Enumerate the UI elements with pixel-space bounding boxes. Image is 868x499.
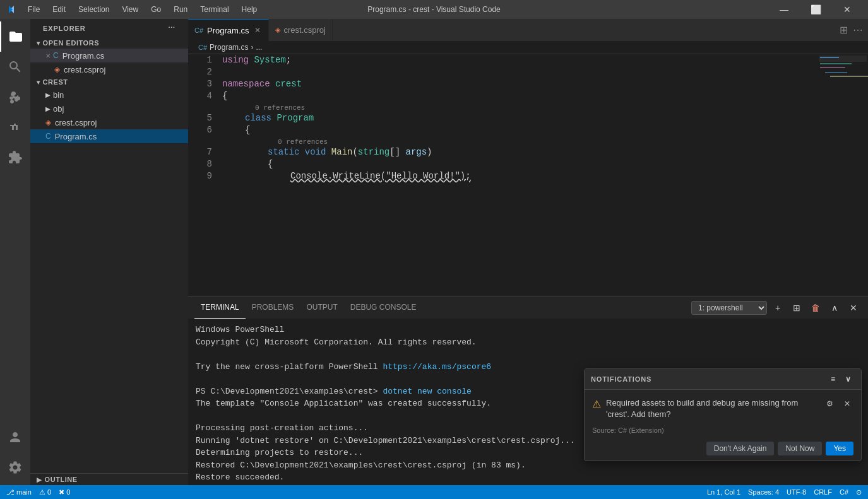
code-line-4: { [222, 90, 812, 102]
tabs-more-button[interactable]: ⊞ ⋯ [835, 24, 868, 36]
status-ln-col[interactable]: Ln 1, Col 1 [707, 488, 740, 496]
close-program-cs-icon[interactable]: ✕ [45, 52, 51, 59]
notification-panel: NOTIFICATIONS ≡ ∨ ⚠ Required assets to b… [584, 368, 862, 461]
menu-bar: File Edit Selection View Go Run Terminal… [23, 4, 262, 15]
menu-file[interactable]: File [23, 4, 45, 15]
title-bar: File Edit Selection View Go Run Terminal… [0, 0, 868, 19]
crest-folder-header[interactable]: ▾ Crest [30, 76, 188, 88]
open-editor-csproj[interactable]: ◈ crest.csproj [30, 62, 188, 76]
sidebar-more-icon[interactable]: ⋯ [168, 24, 175, 32]
program-cs-file[interactable]: C Program.cs [30, 129, 188, 143]
svg-rect-3 [820, 67, 845, 68]
terminal-selector[interactable]: 1: powershell [691, 301, 767, 315]
close-panel-button[interactable]: ✕ [845, 300, 862, 316]
maximize-panel-button[interactable]: ∧ [826, 300, 843, 316]
breadcrumb-file[interactable]: Program.cs [210, 43, 248, 52]
code-line-1: using System; [222, 54, 812, 66]
tab-csproj[interactable]: ◈ crest.csproj [269, 19, 333, 41]
menu-edit[interactable]: Edit [47, 4, 71, 15]
activity-settings[interactable] [0, 452, 30, 483]
csproj-file[interactable]: ◈ crest.csproj [30, 115, 188, 129]
open-editors-chevron: ▾ [37, 40, 40, 47]
args-param: args [406, 146, 427, 158]
obj-folder[interactable]: ▶ obj [30, 102, 188, 115]
open-editor-program-cs[interactable]: ✕ C Program.cs [30, 49, 188, 62]
activity-accounts[interactable] [0, 422, 30, 452]
crest-label: Crest [43, 78, 68, 86]
notifications-filter-icon[interactable]: ≡ [827, 373, 840, 385]
line-num-6-hint [193, 136, 212, 146]
tab-program-cs[interactable]: C# Program.cs ✕ [188, 19, 269, 41]
code-content[interactable]: using System; namespace crest { 0 refere… [217, 54, 817, 296]
term-try-text: Try the new cross-platform PowerShell [196, 362, 383, 372]
activity-explorer[interactable] [0, 21, 30, 52]
activity-extensions[interactable] [0, 143, 30, 173]
notifications-collapse-icon[interactable]: ∨ [842, 373, 855, 385]
menu-run[interactable]: Run [169, 4, 193, 15]
status-encoding[interactable]: UTF-8 [787, 488, 806, 496]
status-warnings[interactable]: ⚠ 0 [39, 488, 51, 496]
tab-problems[interactable]: PROBLEMS [246, 296, 300, 319]
menu-view[interactable]: View [117, 4, 143, 15]
split-terminal-button[interactable]: ⊞ [788, 300, 805, 316]
kill-terminal-button[interactable]: 🗑 [807, 300, 824, 316]
program-cs-icon: C [45, 132, 51, 141]
open-editor-program-cs-label: Program.cs [62, 51, 104, 61]
status-bar: ⎇ main ⚠ 0 ✖ 0 Ln 1, Col 1 Spaces: 4 UTF… [0, 485, 868, 499]
tab-terminal[interactable]: TERMINAL [194, 296, 246, 319]
dont-ask-again-button[interactable]: Don't Ask Again [706, 442, 775, 455]
maximize-button[interactable]: ⬜ [801, 0, 830, 19]
activity-search[interactable] [0, 52, 30, 82]
notification-header-buttons: ≡ ∨ [827, 373, 855, 385]
status-spaces[interactable]: Spaces: 4 [748, 488, 779, 496]
warning-icon: ⚠ [592, 398, 601, 410]
term-line-13: Restore succeeded. [196, 471, 860, 484]
activity-scm[interactable] [0, 82, 30, 112]
notification-close-icon[interactable]: ✕ [841, 397, 853, 410]
notification-text: Required assets to build and debug are m… [606, 397, 818, 420]
crest-section: ▾ Crest ▶ bin ▶ obj ◈ crest.csproj C Pro… [30, 76, 188, 143]
code-line-7: static void Main(string[] args) [222, 146, 812, 158]
new-terminal-button[interactable]: + [770, 300, 786, 316]
minimize-button[interactable]: — [770, 0, 799, 19]
bin-folder[interactable]: ▶ bin [30, 88, 188, 102]
status-errors[interactable]: ✖ 0 [59, 488, 70, 496]
open-editor-csproj-label: crest.csproj [64, 65, 105, 74]
open-editors-header[interactable]: ▾ Open Editors [30, 37, 188, 49]
split-editor-icon[interactable]: ⊞ [840, 25, 848, 35]
term-line-2: Copyright (C) Microsoft Corporation. All… [196, 336, 860, 349]
notification-body: ⚠ Required assets to build and debug are… [585, 390, 861, 461]
activity-debug[interactable] [0, 112, 30, 143]
tab-output[interactable]: OUTPUT [300, 296, 343, 319]
tabs-overflow-icon[interactable]: ⋯ [853, 25, 863, 35]
svg-rect-0 [819, 56, 867, 62]
tab-debug-console[interactable]: DEBUG CONSOLE [344, 296, 423, 319]
tab-csproj-label: crest.csproj [284, 25, 326, 35]
status-eol[interactable]: CRLF [814, 488, 832, 496]
string-type: string [358, 146, 389, 158]
settings-icon [8, 460, 23, 475]
close-button[interactable]: ✕ [833, 0, 862, 19]
outline-header[interactable]: ▶ Outline [30, 474, 188, 485]
breadcrumb-more[interactable]: ... [256, 43, 262, 52]
yes-button[interactable]: Yes [826, 442, 853, 455]
term-line-1: Windows PowerShell [196, 324, 860, 336]
outline-section: ▶ Outline [30, 473, 188, 485]
status-lang[interactable]: C# [840, 488, 848, 496]
not-now-button[interactable]: Not Now [778, 442, 822, 455]
notifications-header: NOTIFICATIONS ≡ ∨ [585, 369, 861, 390]
status-feedback[interactable]: ⊙ [856, 488, 862, 496]
line-num-8: 8 [193, 158, 212, 170]
status-branch[interactable]: ⎇ main [6, 488, 32, 496]
notification-settings-icon[interactable]: ⚙ [823, 397, 836, 410]
menu-go[interactable]: Go [146, 4, 166, 15]
menu-help[interactable]: Help [237, 4, 263, 15]
menu-terminal[interactable]: Terminal [195, 4, 234, 15]
tab-program-cs-close[interactable]: ✕ [253, 25, 262, 36]
line-numbers: 1 2 3 4 5 6 7 8 9 [188, 54, 217, 296]
menu-selection[interactable]: Selection [73, 4, 114, 15]
svg-rect-5 [830, 76, 868, 77]
line-num-9: 9 [193, 170, 212, 182]
semicolon-1: ; [286, 54, 291, 66]
code-editor[interactable]: 1 2 3 4 5 6 7 8 9 using System; [188, 54, 868, 296]
